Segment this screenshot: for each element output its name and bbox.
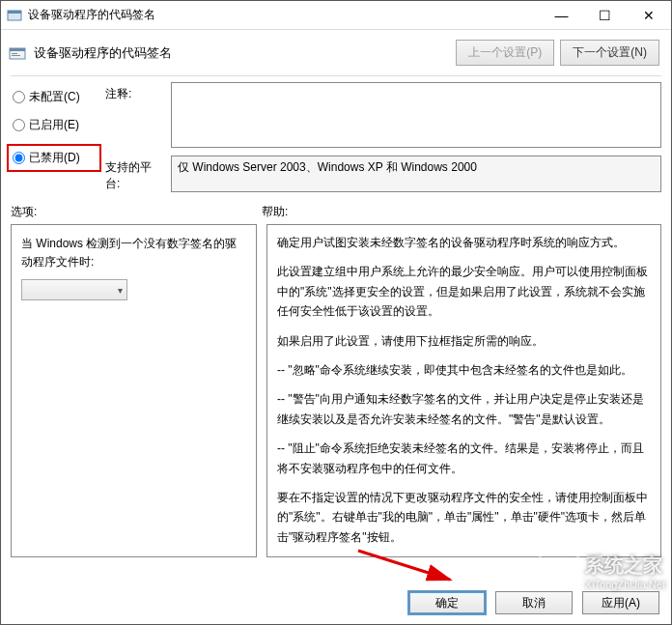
svg-rect-3: [10, 48, 25, 51]
help-p5: -- "警告"向用户通知未经数字签名的文件，并让用户决定是停止安装还是继续安装以…: [277, 389, 651, 429]
help-p2: 此设置建立组中用户系统上允许的最少安全响应。用户可以使用控制面板中的"系统"选择…: [277, 262, 651, 321]
platform-label: 支持的平台:: [105, 156, 165, 192]
comment-label: 注释:: [105, 82, 165, 102]
radio-column: 未配置(C) 已启用(E) 已禁用(D): [11, 82, 98, 200]
window-controls: — ☐ ✕: [540, 1, 671, 29]
svg-rect-4: [12, 53, 17, 54]
svg-rect-5: [12, 55, 20, 56]
footer-buttons: 确定 取消 应用(A): [408, 591, 659, 614]
cancel-button[interactable]: 取消: [495, 591, 573, 614]
help-p7: 要在不指定设置的情况下更改驱动程序文件的安全性，请使用控制面板中的"系统"。右键…: [277, 488, 651, 547]
ok-button[interactable]: 确定: [408, 591, 486, 614]
options-text: 当 Windows 检测到一个没有数字签名的驱动程序文件时:: [21, 235, 246, 271]
policy-icon: [9, 44, 26, 62]
header-title: 设备驱动程序的代码签名: [34, 44, 172, 62]
radio-enabled-input[interactable]: [13, 119, 25, 131]
svg-rect-1: [8, 11, 21, 14]
titlebar: 设备驱动程序的代码签名 — ☐ ✕: [1, 1, 671, 30]
radio-not-configured-input[interactable]: [13, 91, 25, 103]
help-section-label: 帮助:: [262, 204, 288, 220]
help-p1: 确定用户试图安装未经数字签名的设备驱动程序时系统的响应方式。: [277, 233, 651, 252]
help-p3: 如果启用了此设置，请使用下拉框指定所需的响应。: [277, 331, 651, 351]
maximize-button[interactable]: ☐: [583, 1, 627, 29]
chevron-down-icon: ▾: [118, 285, 123, 296]
help-p4: -- "忽略"命令系统继续安装，即使其中包含未经签名的文件也是如此。: [277, 360, 651, 380]
options-panel: 当 Windows 检测到一个没有数字签名的驱动程序文件时: ▾: [11, 224, 257, 557]
options-dropdown[interactable]: ▾: [21, 279, 127, 300]
radio-not-configured[interactable]: 未配置(C): [11, 88, 98, 106]
radio-enabled-label: 已启用(E): [29, 117, 79, 133]
help-panel[interactable]: 确定用户试图安装未经数字签名的设备驱动程序时系统的响应方式。 此设置建立组中用户…: [266, 224, 661, 557]
watermark-url: XiTongZhiJia.Net: [585, 579, 665, 590]
apply-button[interactable]: 应用(A): [582, 591, 659, 614]
options-section-label: 选项:: [11, 204, 262, 220]
header-row: 设备驱动程序的代码签名 上一个设置(P) 下一个设置(N): [1, 30, 671, 75]
radio-disabled[interactable]: 已禁用(D): [7, 144, 101, 172]
radio-disabled-label: 已禁用(D): [29, 150, 80, 166]
radio-disabled-input[interactable]: [13, 152, 25, 164]
fields-column: 注释: 支持的平台: 仅 Windows Server 2003、Windows…: [105, 82, 661, 200]
supported-platforms-box: 仅 Windows Server 2003、Windows XP 和 Windo…: [171, 156, 661, 192]
config-area: 未配置(C) 已启用(E) 已禁用(D) 注释: 支持的平台: 仅 Window…: [1, 82, 671, 200]
window-icon: [7, 8, 22, 23]
minimize-button[interactable]: —: [540, 1, 583, 29]
comment-textarea[interactable]: [171, 82, 661, 148]
window-title: 设备驱动程序的代码签名: [28, 7, 155, 23]
close-button[interactable]: ✕: [627, 1, 671, 29]
section-labels: 选项: 帮助:: [1, 200, 671, 224]
prev-setting-button[interactable]: 上一个设置(P): [456, 40, 554, 66]
lower-row: 当 Windows 检测到一个没有数字签名的驱动程序文件时: ▾ 确定用户试图安…: [1, 224, 671, 557]
next-setting-button[interactable]: 下一个设置(N): [560, 40, 659, 66]
radio-enabled[interactable]: 已启用(E): [11, 116, 98, 134]
radio-not-configured-label: 未配置(C): [29, 89, 80, 105]
help-p6: -- "阻止"命令系统拒绝安装未经签名的文件。结果是，安装将停止，而且将不安装驱…: [277, 439, 651, 478]
